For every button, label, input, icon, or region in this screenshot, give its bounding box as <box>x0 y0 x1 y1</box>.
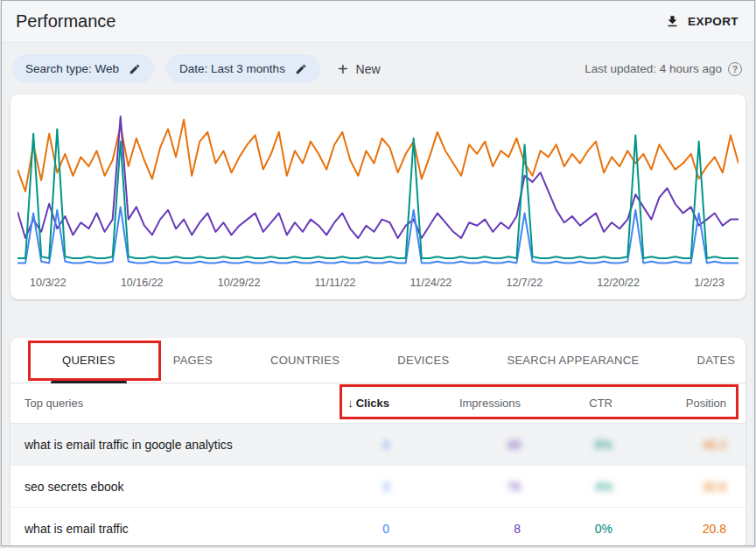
date-filter-chip[interactable]: Date: Last 3 months <box>166 54 320 83</box>
tab-label: PAGES <box>173 354 213 367</box>
ctr-cell: 4% <box>521 480 612 494</box>
column-header-impressions[interactable]: Impressions <box>389 397 521 410</box>
tab-pages[interactable]: PAGES <box>144 338 242 383</box>
tab-label: COUNTRIES <box>270 354 340 367</box>
edit-pencil-icon <box>129 63 141 75</box>
clicks-cell: 4 <box>267 438 389 452</box>
x-axis-tick: 10/16/22 <box>121 277 164 289</box>
column-header-clicks[interactable]: ↓Clicks <box>267 397 389 410</box>
query-cell: what is email traffic in google analytic… <box>24 438 267 452</box>
position-cell: 20.8 <box>612 522 726 536</box>
table-row[interactable]: what is email traffic in google analytic… <box>10 424 746 466</box>
export-button[interactable]: EXPORT <box>665 14 738 29</box>
impressions-cell: 49 <box>389 438 521 452</box>
ctr-cell: 0% <box>521 522 612 536</box>
x-axis-tick: 10/3/22 <box>30 277 66 289</box>
position-cell: 30.6 <box>612 480 726 494</box>
clicks-cell: 0 <box>267 522 389 536</box>
tab-label: DATES <box>696 354 735 367</box>
position-cell: 46.2 <box>612 438 726 452</box>
page-title: Performance <box>16 11 116 32</box>
table-row[interactable]: seo secrets ebook 3 76 4% 30.6 <box>10 466 746 508</box>
column-header-ctr[interactable]: CTR <box>521 397 612 410</box>
filter-bar: Search type: Web Date: Last 3 months + N… <box>2 43 754 91</box>
tab-search-appearance[interactable]: SEARCH APPEARANCE <box>478 338 668 383</box>
queries-table-card: QUERIES PAGES COUNTRIES DEVICES SEARCH A… <box>10 338 746 546</box>
tab-label: QUERIES <box>62 354 116 367</box>
plus-icon: + <box>338 60 348 78</box>
dimension-tabs: QUERIES PAGES COUNTRIES DEVICES SEARCH A… <box>10 338 746 383</box>
help-icon[interactable]: ? <box>728 62 742 76</box>
tab-label: SEARCH APPEARANCE <box>507 354 639 367</box>
x-axis-tick: 12/20/22 <box>597 277 640 289</box>
x-axis-tick: 12/7/22 <box>506 277 542 289</box>
new-filter-label: New <box>356 62 381 76</box>
tab-devices[interactable]: DEVICES <box>368 338 478 383</box>
export-label: EXPORT <box>688 15 738 28</box>
query-cell: what is email traffic <box>24 522 267 536</box>
impressions-cell: 8 <box>389 522 521 536</box>
table-header-row: Top queries ↓Clicks Impressions CTR Posi… <box>10 383 746 424</box>
page-header: Performance EXPORT <box>2 1 754 43</box>
x-axis-tick: 10/29/22 <box>218 277 261 289</box>
edit-pencil-icon <box>295 63 307 75</box>
tab-dates[interactable]: DATES <box>668 338 755 383</box>
x-axis-tick: 1/2/23 <box>694 277 724 289</box>
column-header-top-queries[interactable]: Top queries <box>24 397 267 410</box>
search-type-filter-chip[interactable]: Search type: Web <box>12 54 154 83</box>
performance-chart-card: 10/3/2210/16/2210/29/2211/11/2211/24/221… <box>10 95 746 299</box>
download-icon <box>665 14 680 29</box>
query-cell: seo secrets ebook <box>24 480 267 494</box>
performance-chart-svg[interactable] <box>18 103 738 271</box>
new-filter-button[interactable]: + New <box>338 60 381 78</box>
clicks-cell: 3 <box>267 480 389 494</box>
x-axis-tick: 11/11/22 <box>315 277 356 289</box>
last-updated-text: Last updated: 4 hours ago <box>584 62 722 75</box>
clicks-header-label: Clicks <box>356 397 389 410</box>
date-chip-label: Date: Last 3 months <box>179 62 285 75</box>
impressions-cell: 76 <box>389 480 521 494</box>
sort-descending-icon: ↓ <box>347 397 354 410</box>
table-row[interactable]: what is email traffic 0 8 0% 20.8 <box>10 508 746 546</box>
ctr-cell: 8% <box>521 438 612 452</box>
tab-countries[interactable]: COUNTRIES <box>242 338 368 383</box>
last-updated: Last updated: 4 hours ago ? <box>584 62 742 76</box>
tab-queries[interactable]: QUERIES <box>33 338 144 383</box>
column-header-position[interactable]: Position <box>612 397 726 410</box>
chart-x-axis: 10/3/2210/16/2210/29/2211/11/2211/24/221… <box>18 271 738 299</box>
search-console-performance-page: Performance EXPORT Search type: Web Date… <box>1 0 755 546</box>
search-type-chip-label: Search type: Web <box>25 62 119 75</box>
x-axis-tick: 11/24/22 <box>410 277 452 289</box>
tab-label: DEVICES <box>397 354 449 367</box>
